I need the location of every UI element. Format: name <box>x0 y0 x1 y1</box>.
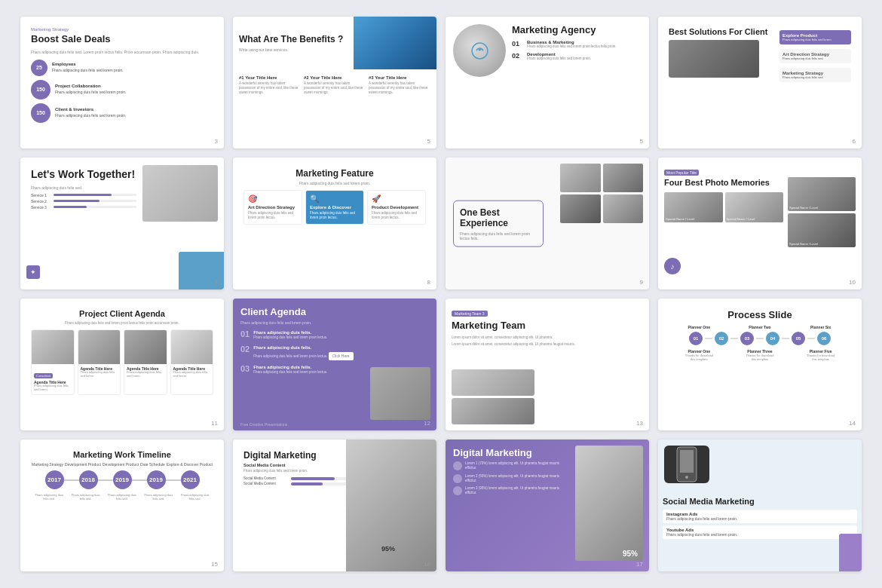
slide11-badge1: Consultant <box>34 373 53 378</box>
slide11-desc2: Fhars adipiscing duis felis sed lorem. <box>81 371 118 378</box>
slide17-percent: 95% <box>623 550 638 558</box>
slide11-photo1 <box>32 330 74 364</box>
slide12-footer: Free Creative Presentations <box>240 422 287 427</box>
slide5a-sub: Write using our best services. <box>239 47 348 52</box>
slide8-icon2: 🔍 <box>310 194 360 203</box>
metric-circle-1: 25 <box>31 60 47 76</box>
slide15-desc5: Fhars adipiscing duis felis sed. <box>180 493 210 501</box>
slide11-desc3: Fhars adipiscing duis felis sed lorem. <box>127 371 164 378</box>
slide16-barlabel2: Social Media Content <box>243 482 289 485</box>
slide6-card3: Marketing Strategy Fhars adipiscing duis… <box>779 68 851 82</box>
slide16-text: Fhars adipiscing duis felis sed lorem pr… <box>243 469 349 473</box>
slide-15: Marketing Work Timeline Marketing Strate… <box>20 439 224 571</box>
slide14-desc2: Thanks for download this template <box>746 354 773 361</box>
slide8-card1: 🎯 Art Direction Strategy Fhars adipiscin… <box>243 190 302 225</box>
slide17-text2: Lorem 2 (50%) lorem adipiscing elit. Ut … <box>465 474 570 484</box>
slide12-title: Client Agenda <box>240 306 429 317</box>
slide18-cardtext2: Fhars adipiscing duis felis sed lorem pr… <box>666 532 853 537</box>
slide14-step4: 04 <box>766 332 779 345</box>
slide5b-item2-desc: Fhars adipiscing duis felis sed lorem pr… <box>527 57 591 61</box>
slide12-number: 12 <box>424 420 430 427</box>
slide12-item3-title: Fhars adipiscing duis felis. <box>253 364 327 370</box>
slide18-title: Social Media Marketing <box>663 497 857 507</box>
slide14-step1: 01 <box>689 332 703 345</box>
slide18-card1: Instagram Ads Fhars adipiscing duis feli… <box>663 510 857 523</box>
slide10-caption1: Special Name / Level <box>666 217 721 221</box>
slide12-item2-title: Fhars adipiscing duis felis. <box>253 345 353 351</box>
slide15-year2: 2018 <box>79 470 98 489</box>
slide8-card2-text: Fhars adipiscing duis felis sed lorem pr… <box>310 211 360 220</box>
slide14-toplabel3: Planner Six <box>806 325 836 329</box>
slide7-number: 7 <box>215 279 218 286</box>
metric-desc-3: Fhars adipiscing duis felis sed lorem pr… <box>55 113 127 118</box>
slide18-phone <box>664 446 709 483</box>
slide15-cat3: Development Product <box>103 462 139 467</box>
slide10-photo4: Special Name / Level <box>788 213 856 247</box>
slide10-caption4: Special Name / Level <box>789 242 854 246</box>
slide14-step6: 06 <box>817 332 831 345</box>
slide8-card2-title: Explore & Discover <box>310 205 360 210</box>
slide11-number: 11 <box>211 420 218 427</box>
slide12-num1: 01 <box>240 329 250 341</box>
slide14-toplabel2: Planner Two <box>745 325 775 329</box>
slide15-year5: 2021 <box>181 470 200 489</box>
slide14-desc1: Thanks for download this template <box>685 354 713 361</box>
slide8-card1-title: Art Direction Strategy <box>248 205 298 210</box>
slide17-text1: Lorem 1 (70%) lorem adipiscing elit. Ut … <box>465 461 570 471</box>
slide11-desc1: Fhars adipiscing duis felis sed lorem. <box>34 384 72 392</box>
slide5a-col2-title: #2 Your Title Here <box>304 75 366 80</box>
slide-7: Let's Work Together! Fhars adipiscing du… <box>20 158 224 289</box>
slide10-photo2: Special Name / Level <box>725 192 784 222</box>
slide5b-item1-desc: Fhars adipiscing duis felis sed lorem pr… <box>527 44 617 49</box>
slide10-tag: Most Popular Title <box>664 170 699 176</box>
slide14-toplabel1: Planner One <box>684 325 714 329</box>
slide6-image <box>669 40 759 78</box>
slide12-item1-title: Fhars adipiscing duis felis. <box>253 329 327 335</box>
slide5b-title: Marketing Agency <box>512 24 642 35</box>
slide12-image <box>370 367 430 420</box>
slide14-title: Process Slide <box>669 309 851 320</box>
slide6-title: Best Solutions For Client <box>669 27 773 37</box>
slide11-sub: Fhars adipiscing duis felis sed lorem pr… <box>31 321 213 325</box>
slide9-photo1 <box>560 164 601 192</box>
slide11-card3: Agenda Title Here Fhars adipiscing duis … <box>124 329 167 395</box>
slide16-sub: Social Media Content <box>243 463 349 467</box>
slide11-photo4 <box>171 330 213 364</box>
slide8-sub: Fhars adipiscing duis felis sed lorem pr… <box>243 181 426 185</box>
slide5a-number: 5 <box>427 138 430 145</box>
slide9-photo3 <box>560 194 601 223</box>
slide8-card2: 🔍 Explore & Discover Fhars adipiscing du… <box>305 190 364 225</box>
svg-point-1 <box>478 47 481 51</box>
slide10-title: Four Best Photo Memories <box>664 178 783 188</box>
slide18-cardtext1: Fhars adipiscing duis felis sed lorem pr… <box>666 516 853 521</box>
slide8-card1-text: Fhars adipiscing duis felis sed lorem pr… <box>248 211 298 220</box>
slide15-cat4: Date Schedule <box>140 462 165 467</box>
slide8-icon3: 🚀 <box>372 194 421 203</box>
slide-3: Marketing Strategy Boost Sale Deals Fhar… <box>20 17 224 149</box>
slide9-photos <box>560 164 643 223</box>
metric-label-2: Project Collaboration <box>55 84 127 90</box>
slide13-photo1 <box>452 369 534 396</box>
slide8-card3-text: Fhars adipiscing duis felis sed lorem pr… <box>372 211 421 220</box>
slide6-number: 6 <box>853 138 856 145</box>
slide11-photo2 <box>78 330 121 364</box>
slide15-year1: 2017 <box>45 470 64 489</box>
metric-circle-2: 150 <box>31 80 51 100</box>
slide10-photo1: Special Name / Level <box>664 192 723 222</box>
slide-14: Process Slide Planner One Planner Two Pl… <box>658 299 862 430</box>
slide6-card2: Art Direction Strategy Fhars adipiscing … <box>779 49 851 63</box>
agency-icon <box>470 41 489 60</box>
slide12-sub: Fhars adipiscing duis felis sed lorem pr… <box>240 320 429 325</box>
slide12-btn[interactable]: Click Here <box>329 352 354 360</box>
slide17-number: 17 <box>636 561 643 568</box>
slide8-number: 8 <box>427 279 430 286</box>
slide13-text2: Lorem ipsum dolor sit amet, consectetur … <box>452 342 643 347</box>
slide-11: Project Client Agenda Fhars adipiscing d… <box>20 299 224 430</box>
slide18-purple-block <box>839 534 862 571</box>
slide9-title: One Best Experience <box>460 207 537 228</box>
slide15-cat2: Development Product <box>65 462 101 467</box>
slide7-body: Fhars adipiscing duis felis sed. <box>31 185 136 190</box>
slide9-photo4 <box>603 194 644 223</box>
metric-label-3: Client & Investors <box>55 107 127 113</box>
slide17-text3: Lorem 3 (90%) lorem adipiscing elit. Ut … <box>465 486 570 496</box>
